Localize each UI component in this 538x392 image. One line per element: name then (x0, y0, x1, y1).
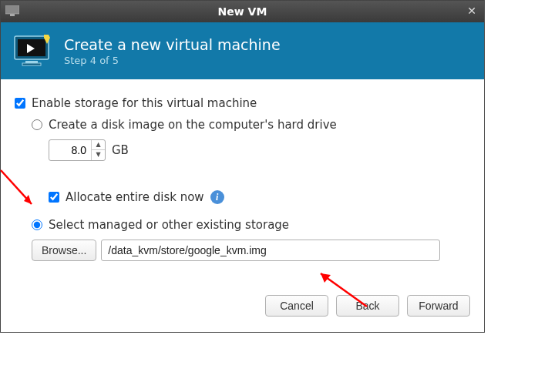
wizard-header: Create a new virtual machine Step 4 of 5 (1, 22, 484, 79)
window-title: New VM (218, 5, 267, 18)
disk-size-unit: GB (112, 143, 129, 157)
enable-storage-label[interactable]: Enable storage for this virtual machine (32, 96, 257, 110)
enable-storage-checkbox[interactable] (15, 98, 25, 109)
spinner-up-icon[interactable]: ▲ (92, 140, 105, 150)
spinner-down-icon[interactable]: ▼ (92, 150, 105, 160)
disk-size-spinner[interactable]: ▲ ▼ (49, 139, 106, 161)
browse-button[interactable]: Browse... (32, 240, 96, 261)
wizard-step: Step 4 of 5 (64, 55, 281, 66)
titlebar: New VM ✕ (1, 1, 484, 22)
allocate-now-checkbox[interactable] (49, 192, 59, 203)
select-managed-radio[interactable] (32, 219, 42, 230)
storage-path-input[interactable] (101, 240, 440, 261)
svg-rect-1 (10, 14, 15, 16)
forward-button[interactable]: Forward (407, 295, 470, 317)
svg-rect-0 (5, 5, 19, 14)
monitor-create-icon (13, 33, 53, 69)
create-disk-label[interactable]: Create a disk image on the computer's ha… (49, 118, 337, 132)
new-vm-dialog: New VM ✕ Create a new virtual machine St… (0, 0, 485, 333)
close-icon[interactable]: ✕ (466, 5, 478, 17)
info-icon[interactable]: i (210, 190, 224, 204)
select-managed-label[interactable]: Select managed or other existing storage (49, 218, 289, 232)
svg-rect-6 (22, 63, 41, 65)
cancel-button[interactable]: Cancel (265, 295, 328, 317)
wizard-body: Enable storage for this virtual machine … (1, 79, 484, 284)
wizard-footer: Cancel Back Forward (1, 284, 484, 332)
svg-marker-11 (321, 273, 331, 283)
allocate-now-label[interactable]: Allocate entire disk now (66, 190, 204, 204)
disk-size-input[interactable] (49, 141, 91, 159)
back-button[interactable]: Back (336, 295, 399, 317)
vm-app-icon (5, 5, 19, 16)
wizard-title: Create a new virtual machine (64, 36, 281, 53)
create-disk-radio[interactable] (32, 119, 42, 130)
